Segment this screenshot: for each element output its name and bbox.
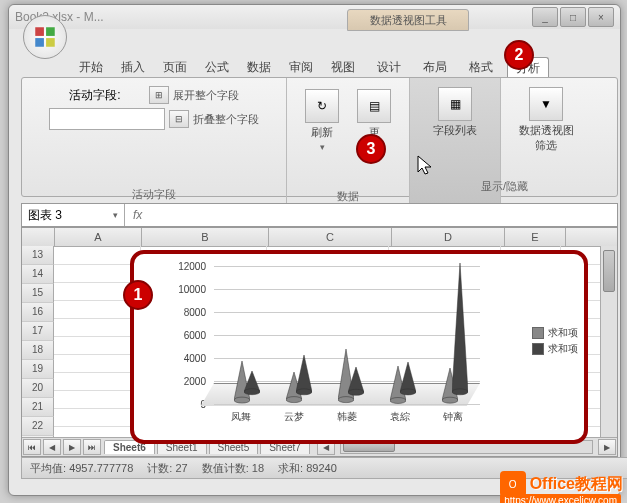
row-header-17[interactable]: 17	[22, 322, 54, 341]
y-tick: 8000	[184, 307, 206, 318]
tab-布局[interactable]: 布局	[415, 57, 455, 79]
hscroll-right[interactable]: ▶	[598, 439, 616, 455]
tab-nav-first[interactable]: ⏮	[23, 439, 41, 455]
maximize-button[interactable]: □	[560, 7, 586, 27]
office-button[interactable]	[23, 15, 67, 59]
row-header-14[interactable]: 14	[22, 265, 54, 284]
col-header-D[interactable]: D	[392, 228, 505, 246]
chart-cone[interactable]	[296, 355, 312, 396]
svg-marker-18	[400, 362, 416, 392]
group-label-show-hide: 显示/隐藏	[398, 179, 611, 194]
tab-公式[interactable]: 公式	[197, 57, 237, 79]
tab-设计[interactable]: 设计	[369, 57, 409, 79]
svg-rect-2	[35, 38, 44, 47]
svg-rect-1	[46, 27, 55, 36]
select-all-corner[interactable]	[22, 228, 55, 246]
active-field-input[interactable]	[49, 108, 165, 130]
y-tick: 2000	[184, 376, 206, 387]
svg-point-23	[452, 389, 468, 395]
y-tick: 10000	[178, 284, 206, 295]
row-header-13[interactable]: 13	[22, 246, 54, 265]
row-header-19[interactable]: 19	[22, 360, 54, 379]
tab-nav-prev[interactable]: ◀	[43, 439, 61, 455]
svg-rect-3	[46, 38, 55, 47]
row-header-16[interactable]: 16	[22, 303, 54, 322]
tab-开始[interactable]: 开始	[71, 57, 111, 79]
formula-bar-row: 图表 3 ▾ fx	[21, 203, 618, 227]
group-active-field: 活动字段: ⊞ 展开整个字段 ⊟ 折叠整个字段 活动字段	[22, 78, 287, 204]
refresh-label: 刷新	[311, 125, 333, 140]
col-header-A[interactable]: A	[55, 228, 142, 246]
expand-field-icon[interactable]: ⊞	[149, 86, 169, 104]
chart-cone[interactable]	[400, 362, 416, 396]
chart-plot-area: 020004000600080001000012000 凤舞云梦韩菱袁綜钟离	[170, 260, 480, 430]
y-tick: 4000	[184, 353, 206, 364]
row-header-18[interactable]: 18	[22, 341, 54, 360]
tab-nav-last[interactable]: ⏭	[83, 439, 101, 455]
svg-point-9	[286, 397, 302, 403]
close-button[interactable]: ×	[588, 7, 614, 27]
svg-rect-0	[35, 27, 44, 36]
plot-region	[214, 266, 480, 404]
row-header-15[interactable]: 15	[22, 284, 54, 303]
pivot-filter-button[interactable]: ▼ 数据透视图 筛选	[514, 82, 579, 158]
x-axis-labels: 凤舞云梦韩菱袁綜钟离	[214, 410, 480, 430]
pivot-filter-label: 数据透视图 筛选	[519, 123, 574, 153]
watermark: O Office教程网	[500, 471, 623, 497]
chart-cone[interactable]	[244, 371, 260, 396]
row-header-20[interactable]: 20	[22, 379, 54, 398]
y-axis: 020004000600080001000012000	[170, 266, 210, 404]
name-box-value: 图表 3	[28, 207, 62, 224]
group-label-active-field: 活动字段	[22, 187, 286, 202]
svg-point-5	[234, 397, 250, 403]
legend-item[interactable]: 求和项	[532, 326, 578, 340]
refresh-icon: ↻	[305, 89, 339, 123]
col-header-E[interactable]: E	[505, 228, 566, 246]
refresh-button[interactable]: ↻ 刷新 ▾	[300, 84, 344, 157]
svg-point-7	[244, 389, 260, 395]
row-header-22[interactable]: 22	[22, 417, 54, 436]
svg-marker-10	[296, 355, 312, 392]
col-header-B[interactable]: B	[142, 228, 269, 246]
vertical-scrollbar[interactable]	[600, 246, 617, 438]
status-sum-value: 89240	[306, 462, 337, 474]
tab-数据[interactable]: 数据	[239, 57, 279, 79]
svg-point-19	[400, 389, 416, 395]
fx-icon[interactable]: fx	[133, 208, 142, 222]
y-tick: 12000	[178, 261, 206, 272]
collapse-field-label[interactable]: 折叠整个字段	[193, 112, 259, 127]
legend-item[interactable]: 求和项	[532, 342, 578, 356]
x-label: 韩菱	[320, 410, 373, 430]
minimize-button[interactable]: _	[532, 7, 558, 27]
tab-格式[interactable]: 格式	[461, 57, 501, 79]
svg-point-11	[296, 389, 312, 395]
tab-nav-next[interactable]: ▶	[63, 439, 81, 455]
svg-point-17	[390, 397, 406, 403]
change-source-icon: ▤	[357, 89, 391, 123]
chart-cone[interactable]	[348, 367, 364, 396]
x-label: 凤舞	[214, 410, 267, 430]
callout-3: 3	[356, 134, 386, 164]
tab-审阅[interactable]: 审阅	[281, 57, 321, 79]
callout-2: 2	[504, 40, 534, 70]
status-numcount-value: 18	[252, 462, 264, 474]
collapse-field-icon[interactable]: ⊟	[169, 110, 189, 128]
funnel-icon: ▼	[529, 87, 563, 121]
name-box-dropdown-icon[interactable]: ▾	[113, 210, 118, 220]
chart-cone[interactable]	[452, 263, 468, 396]
col-header-C[interactable]: C	[269, 228, 392, 246]
vscroll-thumb[interactable]	[603, 250, 615, 292]
svg-marker-14	[348, 367, 364, 392]
field-list-button[interactable]: ▦ 字段列表	[428, 82, 482, 143]
pivot-chart[interactable]: 020004000600080001000012000 凤舞云梦韩菱袁綜钟离 求…	[130, 250, 588, 444]
x-label: 钟离	[427, 410, 480, 430]
name-box[interactable]: 图表 3 ▾	[22, 204, 125, 226]
tab-插入[interactable]: 插入	[113, 57, 153, 79]
callout-1: 1	[123, 280, 153, 310]
column-headers: ABCDE	[22, 228, 617, 247]
expand-field-label[interactable]: 展开整个字段	[173, 88, 239, 103]
chart-legend[interactable]: 求和项求和项	[532, 324, 578, 358]
tab-页面[interactable]: 页面	[155, 57, 195, 79]
tab-视图[interactable]: 视图	[323, 57, 363, 79]
row-header-21[interactable]: 21	[22, 398, 54, 417]
